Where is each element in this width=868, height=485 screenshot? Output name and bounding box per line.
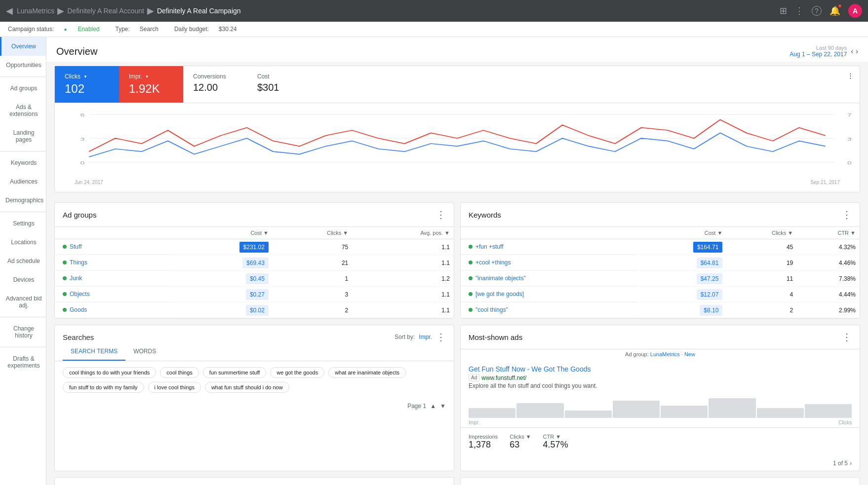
date-range-selector: Last 90 days Aug 1 – Sep 22, 2017 ‹ › [789,45,858,58]
chart-more-button[interactable]: ⋮ [841,66,860,103]
page-up-button[interactable]: ▲ [430,403,436,410]
devices-header: Devices ⋮ [55,478,454,485]
notification-dot [837,3,842,8]
sidebar-item-settings[interactable]: Settings [0,214,46,233]
sidebar-item-demographics[interactable]: Demographics [0,191,46,210]
search-pill[interactable]: cool things to do with your friends [63,367,156,378]
svg-text:35: 35 [847,136,852,142]
cost-metric[interactable]: Cost $301 [247,66,312,103]
search-pill[interactable]: fun stuff to do with my family [63,382,144,393]
sidebar-item-advanced-bid[interactable]: Advanced bid adj. [0,289,46,315]
date-next-button[interactable]: › [856,47,858,56]
ad-groups-col-avgpos[interactable]: Avg. pos. ▼ [352,227,454,239]
sidebar-item-locations[interactable]: Locations [0,233,46,252]
keywords-row[interactable]: [we got the goods] $12.07 4 4.44% [461,287,860,302]
searches-sort-value[interactable]: Impr. [419,334,432,340]
ad-groups-header: Ad groups ⋮ [55,203,454,227]
kw-name[interactable]: "inanimate objects" [475,275,526,282]
ag-avgpos-cell: 1.1 [352,239,454,255]
ad-groups-more-button[interactable]: ⋮ [436,209,446,221]
ag-avgpos-cell: 1.1 [352,287,454,302]
page-down-button[interactable]: ▼ [440,403,446,410]
ag-name-cell: Goods [55,302,171,318]
sidebar-item-landing-pages[interactable]: Landing pages [0,123,46,149]
search-pill[interactable]: what are inanimate objects [328,367,406,378]
kw-cost: $164.71 [693,242,722,253]
ad-groups-col-cost[interactable]: Cost ▼ [171,227,273,239]
sidebar-item-ads-extensions[interactable]: Ads & extensions [0,98,46,123]
back-arrow-icon[interactable]: ◀ [6,5,13,16]
ad-groups-row[interactable]: Stuff $231.02 75 1.1 [55,239,454,255]
ad-nav-next-button[interactable]: › [850,460,852,467]
bottom-widgets-row: Devices ⋮ Mobile phones Tablets Computer… [46,477,868,485]
more-icon[interactable]: ⋮ [795,5,804,16]
search-pill[interactable]: i love cool things [148,382,201,393]
sidebar-item-audiences[interactable]: Audiences [0,172,46,191]
search-pill[interactable]: cool things [160,367,199,378]
sidebar-item-adgroups[interactable]: Ad groups [0,79,46,98]
ag-name[interactable]: Things [70,259,87,266]
search-pill[interactable]: fun summertime stuff [203,367,267,378]
account-link[interactable]: Definitely A Real Account [67,7,144,15]
ad-groups-row[interactable]: Objects $0.27 3 1.1 [55,287,454,302]
grid-icon[interactable]: ⊞ [780,5,787,16]
sidebar-item-ad-schedule[interactable]: Ad schedule [0,252,46,270]
kw-ctr-cell: 7.38% [797,271,860,287]
kw-col-cost[interactable]: Cost ▼ [637,227,727,239]
searches-more-button[interactable]: ⋮ [436,331,446,343]
tab-words[interactable]: WORDS [125,343,164,361]
impressions-metric[interactable]: Impr. ▼ 1.92K [119,66,183,103]
sidebar-item-change-history[interactable]: Change history [0,319,46,345]
ad-group-link[interactable]: LunaMetrics · New [650,351,695,357]
ad-groups-col-clicks[interactable]: Clicks ▼ [273,227,352,239]
kw-cost-cell: $8.10 [637,302,727,318]
ag-name[interactable]: Objects [70,291,90,298]
notifications-button[interactable]: 🔔 [829,5,840,16]
brand-link[interactable]: LunaMetrics [17,7,54,15]
impressions-label: Impr. ▼ [129,73,173,80]
keywords-more-button[interactable]: ⋮ [842,209,852,221]
devices-widget: Devices ⋮ Mobile phones Tablets Computer… [54,477,454,485]
date-nav: ‹ › [851,47,858,56]
keywords-row[interactable]: +fun +stuff $164.71 45 4.32% [461,239,860,255]
kw-col-clicks[interactable]: Clicks ▼ [726,227,797,239]
date-prev-button[interactable]: ‹ [851,47,853,56]
keywords-row[interactable]: "cool things" $8.10 2 2.99% [461,302,860,318]
avatar[interactable]: A [848,4,862,18]
ag-name[interactable]: Goods [70,306,87,313]
date-range-value[interactable]: Aug 1 – Sep 22, 2017 [789,51,847,58]
ad-groups-row[interactable]: Junk $0.45 1 1.2 [55,271,454,287]
sidebar-item-overview[interactable]: Overview [0,37,46,56]
ad-title[interactable]: Get Fun Stuff Now - We Got The Goods [469,365,852,373]
tab-search-terms[interactable]: SEARCH TERMS [63,343,125,361]
searches-sort-label: Sort by: [395,334,415,340]
most-shown-ads-more-button[interactable]: ⋮ [842,331,852,343]
kw-clicks-cell: 2 [726,302,797,318]
ag-name[interactable]: Junk [70,275,82,282]
sidebar-item-drafts[interactable]: Drafts & experiments [0,349,46,375]
kw-name[interactable]: +cool +things [475,259,511,266]
conversions-metric[interactable]: Conversions 12.00 [183,66,247,103]
sidebar-item-opportunities[interactable]: Opportunities [0,56,46,75]
ag-clicks-cell: 75 [273,239,352,255]
searches-tabs: SEARCH TERMS WORDS [55,343,454,361]
kw-col-ctr[interactable]: CTR ▼ [797,227,860,239]
kw-name[interactable]: +fun +stuff [475,243,504,250]
sidebar-item-keywords[interactable]: Keywords [0,153,46,172]
search-pill[interactable]: we got the goods [270,367,324,378]
help-icon[interactable]: ? [812,6,822,16]
keywords-row[interactable]: +cool +things $64.81 19 4.46% [461,255,860,271]
ag-name[interactable]: Stuff [70,243,81,250]
most-shown-ads-header: Most-shown ads ⋮ [461,325,860,349]
search-pill[interactable]: what fun stuff should i do now [205,382,289,393]
keywords-row[interactable]: "inanimate objects" $47.25 11 7.38% [461,271,860,287]
breadcrumb-sep-1: ▶ [57,5,64,16]
ag-cost-cell: $231.02 [171,239,273,255]
ad-groups-row[interactable]: Goods $0.02 2 1.1 [55,302,454,318]
ad-groups-row[interactable]: Things $69.43 21 1.1 [55,255,454,271]
kw-name[interactable]: "cool things" [475,306,508,313]
clicks-metric[interactable]: Clicks ▼ 102 [55,66,119,103]
kw-name[interactable]: [we got the goods] [475,291,524,298]
conversions-value: 12.00 [193,82,237,93]
sidebar-item-devices[interactable]: Devices [0,270,46,289]
